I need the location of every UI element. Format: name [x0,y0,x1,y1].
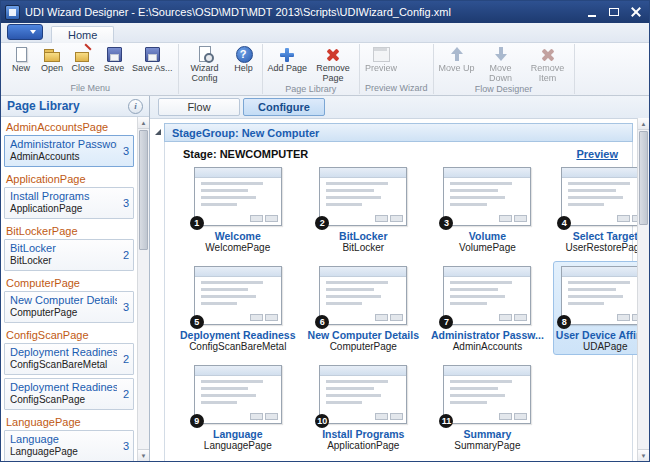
page-tile-udapage[interactable]: 8User Device AffinityUDAPage [553,261,649,355]
ribbon-button-save[interactable]: Save [99,45,129,75]
open-folder-icon [42,46,62,63]
page-tile-languagepage[interactable]: 9LanguageLanguagePage [177,360,299,454]
sidebar-item-title: New Computer Details [10,294,117,307]
sidebar-item-title: Deployment Readiness [10,346,117,359]
sidebar-item-computerpage[interactable]: New Computer DetailsComputerPage3 [4,291,134,323]
thumbnail-line [326,189,373,192]
stage-group-header[interactable]: StageGroup: New Computer [164,123,633,142]
page-thumbnail: 6 [319,266,407,325]
page-tile-subtitle: ApplicationPage [327,440,399,451]
ribbon-button-wizard-config[interactable]: Wizard Config [182,45,228,84]
move-down-icon [491,46,511,63]
thumbnail-line [568,302,604,305]
thumbnail-line [201,189,248,192]
page-tile-userrestorepage[interactable]: 4Select TargetUserRestorePage [553,162,649,256]
sidebar-group-languagepage: LanguagePage [1,413,137,429]
ribbon-button-new[interactable]: New [6,45,36,75]
sidebar-item-applicationpage[interactable]: Install ProgramsApplicationPage3 [4,187,134,219]
page-tile-subtitle: UserRestorePage [565,242,644,253]
thumbnail-buttons [499,413,527,420]
page-tile-computerpage[interactable]: 6New Computer DetailsComputerPage [305,261,422,355]
thumbnail-button [375,215,388,222]
ribbon-button-add-page[interactable]: Add Page [266,45,310,75]
tab-flow[interactable]: Flow [158,98,240,116]
ribbon-group-preview-wizard: PreviewPreview Wizard [360,44,434,94]
page-number-badge: 10 [315,414,329,428]
thumbnail-line [568,196,623,199]
page-tile-adminaccounts[interactable]: 7Administrator Passw...AdminAccounts [428,261,547,355]
ribbon-tab-row: Home [1,23,649,43]
page-tile-summarypage[interactable]: 11SummarySummaryPage [428,360,547,454]
tab-configure[interactable]: Configure [243,98,325,116]
minimize-icon [588,15,596,17]
ribbon-group-item: Wizard ConfigHelp [179,44,263,94]
scroll-up-icon[interactable] [638,118,649,130]
ribbon-button-preview[interactable]: Preview [363,45,399,75]
ribbon: NewOpenCloseSaveSave As...File MenuWizar… [1,43,649,96]
page-thumbnail: 7 [443,266,531,325]
thumbnail-line [326,182,388,185]
ribbon-button-save-as[interactable]: Save As... [130,45,175,75]
sidebar-item-subtitle: ConfigScanBareMetal [10,359,117,371]
thumbnail-line [450,302,486,305]
new-document-icon [11,46,31,63]
page-library-header: Page Library [1,96,149,117]
sidebar-item-languagepage[interactable]: LanguageLanguagePage3 [4,430,134,461]
maximize-button[interactable] [604,5,623,20]
thumbnail-header [320,267,406,277]
sidebar-item-adminaccounts[interactable]: Administrator PasswordAdminAccounts3 [4,135,134,167]
page-tile-bitlocker[interactable]: 2BitLockerBitLocker [305,162,422,256]
ribbon-group-buttons: Preview [363,45,430,83]
scroll-up-icon[interactable] [138,117,149,129]
sidebar-group-configscanpage: ConfigScanPage [1,326,137,342]
thumbnail-button [375,314,388,321]
thumbnail-line [326,302,362,305]
page-tile-configscanbaremetal[interactable]: 5Deployment ReadinessConfigScanBareMetal [177,261,299,355]
thumbnail-header [444,168,530,178]
close-button[interactable] [626,5,645,20]
ribbon-button-move-up[interactable]: Move Up [437,45,477,75]
thumbnail-line [450,196,505,199]
sidebar-scrollbar-thumb[interactable] [139,130,148,250]
scroll-down-icon[interactable] [138,449,149,461]
ribbon-button-remove-page[interactable]: Remove Page [310,45,356,84]
page-tile-welcomepage[interactable]: 1WelcomeWelcomePage [177,162,299,256]
tab-home[interactable]: Home [51,26,114,43]
thumbnail-buttons [499,314,527,321]
thumbnail-line [201,401,237,404]
ribbon-button-open[interactable]: Open [37,45,67,75]
page-tile-applicationpage[interactable]: 10Install ProgramsApplicationPage [305,360,422,454]
sidebar-scrollbar[interactable] [137,117,149,461]
thumbnail-line [450,394,505,397]
ribbon-group-buttons: NewOpenCloseSaveSave As... [6,45,175,83]
ribbon-button-move-down[interactable]: Move Down [478,45,524,84]
collapse-expander-icon[interactable] [155,129,161,135]
thumbnail-line [326,281,388,284]
page-number-badge: 3 [439,216,453,230]
sidebar-item-bitlocker[interactable]: BitLockerBitLocker2 [4,239,134,271]
ribbon-group-buttons: Move UpMove DownRemove Item [437,45,571,84]
ribbon-button-help[interactable]: Help [229,45,259,75]
page-thumbnail: 1 [194,167,282,226]
stage-preview-link[interactable]: Preview [576,460,618,461]
info-icon[interactable] [128,99,143,114]
sidebar-item-count: 3 [123,197,129,209]
sidebar-item-subtitle: LanguagePage [10,446,117,458]
sidebar-item-configscanpage[interactable]: Deployment ReadinessConfigScanPage2 [4,378,134,410]
page-tile-volumepage[interactable]: 3VolumeVolumePage [428,162,547,256]
close-folder-icon [73,46,93,63]
app-menu-button[interactable] [7,24,43,40]
sidebar-item-count: 2 [123,353,129,365]
main-scrollbar[interactable] [637,118,649,461]
page-number-badge: 6 [315,315,329,329]
scroll-down-icon[interactable] [638,449,649,461]
thumbnail-button [265,215,278,222]
thumbnail-line [568,281,630,284]
stage-preview-link[interactable]: Preview [576,148,618,160]
sidebar-item-configscanbaremetal[interactable]: Deployment ReadinessConfigScanBareMetal2 [4,343,134,375]
thumbnail-line [450,295,505,298]
ribbon-button-remove-item[interactable]: Remove Item [525,45,571,84]
minimize-button[interactable] [582,5,601,20]
ribbon-button-close[interactable]: Close [68,45,98,75]
main-scrollbar-thumb[interactable] [639,131,648,225]
